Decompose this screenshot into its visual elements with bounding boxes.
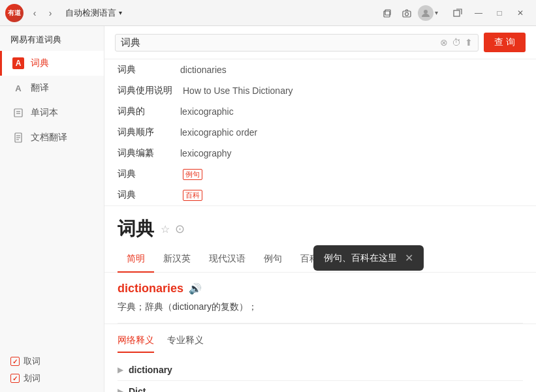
- sound-icon[interactable]: 🔊: [189, 282, 202, 295]
- share-icon[interactable]: ⬆: [465, 37, 473, 48]
- more-icon[interactable]: ⊙: [175, 222, 185, 236]
- sidebar-item-translate[interactable]: A 翻译: [0, 76, 104, 100]
- maximize-button[interactable]: □: [489, 5, 510, 22]
- tab-newhanen[interactable]: 新汉英: [154, 247, 200, 273]
- dict-entry-dict[interactable]: ▶ Dict: [118, 381, 523, 392]
- sidebar-item-doctr[interactable]: 文档翻译: [0, 125, 104, 150]
- suggestion-item[interactable]: 词典使用说明 How to Use This Dictionary: [104, 80, 536, 101]
- search-input-wrap: ⊗ ⏱ ⬆: [115, 34, 479, 52]
- suggestion-item[interactable]: 词典顺序 lexicographic order: [104, 122, 536, 143]
- sidebar-item-wordbook[interactable]: 单词本: [0, 100, 104, 125]
- word-header: 词典 ☆ ⊙: [104, 206, 536, 247]
- english-word: dictionaries 🔊: [118, 282, 523, 295]
- search-actions: ⊗ ⏱ ⬆: [440, 37, 473, 48]
- close-button[interactable]: ✕: [510, 5, 531, 22]
- back-button[interactable]: ‹: [27, 6, 42, 20]
- main-layout: 网易有道词典 A 词典 A 翻译 单词本: [0, 26, 536, 392]
- svg-rect-0: [384, 11, 390, 17]
- word-title: 词典: [118, 217, 154, 241]
- tab-simple[interactable]: 简明: [118, 247, 154, 273]
- sidebar: 网易有道词典 A 词典 A 翻译 单词本: [0, 26, 104, 392]
- suggestion-item-wiki[interactable]: 词典 百科: [104, 185, 536, 205]
- sidebar-item-dictionary[interactable]: A 词典: [0, 51, 104, 76]
- chevron-down-icon: ▾: [435, 9, 438, 16]
- suggestion-item[interactable]: 词典的 lexicographic: [104, 101, 536, 122]
- tooltip-text: 例句、百科在这里: [324, 252, 397, 264]
- svg-rect-6: [14, 109, 22, 117]
- tab-network[interactable]: 网络释义: [118, 329, 154, 353]
- expand-button[interactable]: [447, 5, 468, 22]
- svg-point-3: [405, 12, 409, 16]
- svg-point-4: [424, 10, 428, 14]
- suggestion-item[interactable]: 词典 dictionaries: [104, 59, 536, 80]
- avatar: [418, 5, 434, 21]
- lang-selector[interactable]: 自动检测语言 ▾: [61, 6, 126, 20]
- select-checkbox: ✓: [10, 374, 20, 383]
- sidebar-label-dictionary: 词典: [31, 57, 49, 69]
- svg-rect-2: [403, 11, 411, 17]
- dictionary-icon: A: [12, 57, 24, 69]
- tab-modern[interactable]: 现代汉语: [200, 247, 255, 273]
- content-area: ⊗ ⏱ ⬆ 查 询 词典 dictionaries 词典使用说明 How to …: [104, 26, 536, 392]
- title-bar: 有道 ‹ › 自动检测语言 ▾ ▾: [0, 0, 536, 26]
- search-bar: ⊗ ⏱ ⬆ 查 询: [104, 26, 536, 59]
- app-title: 网易有道词典: [0, 26, 104, 51]
- suggestions-dropdown: 词典 dictionaries 词典使用说明 How to Use This D…: [104, 59, 536, 206]
- sidebar-footer: ✓ 取词 ✓ 划词: [0, 348, 104, 392]
- nav-buttons: ‹ ›: [27, 6, 57, 20]
- clear-icon[interactable]: ⊗: [440, 37, 448, 48]
- minimize-button[interactable]: —: [468, 5, 489, 22]
- favorite-icon[interactable]: ☆: [161, 223, 170, 235]
- doctr-icon: [12, 132, 24, 143]
- forward-button[interactable]: ›: [43, 6, 57, 20]
- window-controls: — □ ✕: [447, 5, 531, 22]
- history-icon[interactable]: ⏱: [452, 37, 461, 48]
- extract-words-toggle[interactable]: ✓ 取词: [10, 355, 93, 367]
- definition-section: dictionaries 🔊 字典；辞典（dictionary的复数）；: [104, 273, 536, 323]
- sidebar-label-doctr: 文档翻译: [31, 132, 67, 143]
- tooltip-box: 例句、百科在这里 ✕: [313, 245, 424, 271]
- definition-text: 字典；辞典（dictionary的复数）；: [118, 299, 523, 314]
- copy-icon[interactable]: [380, 6, 394, 20]
- dict-entry-dictionary[interactable]: ▶ dictionary: [118, 359, 523, 381]
- search-input[interactable]: [121, 37, 440, 48]
- word-actions: ☆ ⊙: [161, 222, 185, 236]
- suggestion-item-example[interactable]: 词典 例句: [104, 164, 536, 185]
- wordbook-icon: [12, 107, 24, 119]
- result-area: 词典 ☆ ⊙ 例句、百科在这里 ✕ 简明 新汉英 现代汉语 例句 百科: [104, 206, 536, 392]
- suggestion-item[interactable]: 词典编纂 lexicography: [104, 143, 536, 164]
- toolbar-icons: [380, 6, 414, 20]
- chevron-down-icon: ▾: [119, 9, 122, 16]
- tab-professional[interactable]: 专业释义: [167, 329, 204, 353]
- camera-icon[interactable]: [400, 6, 414, 20]
- sidebar-label-translate: 翻译: [31, 82, 49, 94]
- expand-arrow-icon: ▶: [118, 387, 123, 392]
- dict-entries: ▶ dictionary ▶ Dict: [104, 353, 536, 392]
- svg-rect-5: [454, 10, 460, 16]
- app-logo: 有道: [5, 4, 24, 22]
- network-tabs: 网络释义 专业释义: [104, 324, 536, 353]
- select-words-toggle[interactable]: ✓ 划词: [10, 372, 93, 384]
- expand-arrow-icon: ▶: [118, 365, 123, 374]
- user-menu[interactable]: ▾: [418, 5, 438, 21]
- tooltip-close-button[interactable]: ✕: [405, 252, 413, 264]
- translate-icon: A: [12, 82, 24, 94]
- tab-example[interactable]: 例句: [255, 247, 291, 273]
- extract-checkbox: ✓: [10, 357, 20, 366]
- sidebar-label-wordbook: 单词本: [31, 107, 58, 119]
- search-button[interactable]: 查 询: [484, 33, 526, 52]
